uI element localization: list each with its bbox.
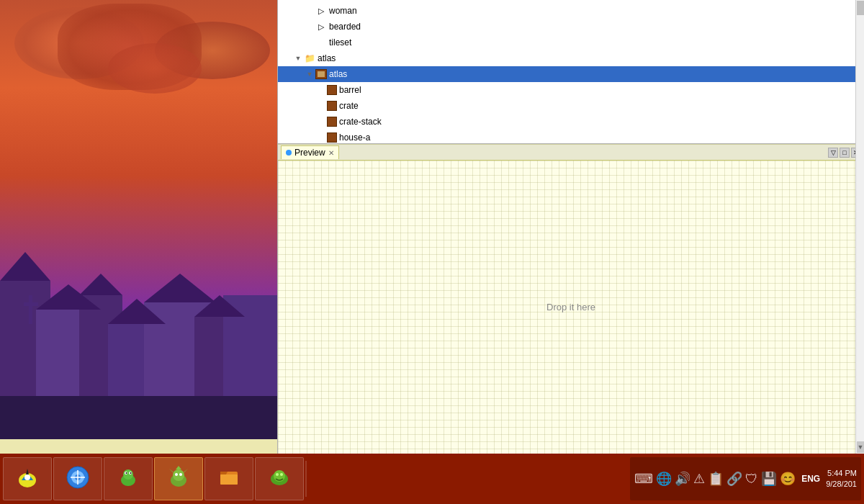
tree-label-woman: woman	[329, 6, 357, 16]
tree-arrow-crate-stack	[315, 116, 327, 127]
tree-container: ▷ woman ▷ bearded t	[278, 0, 864, 144]
tree-arrow-atlas-file	[304, 68, 315, 80]
main-content: ▷ woman ▷ bearded t	[0, 0, 864, 454]
tree-item-crate-stack[interactable]: crate-stack	[278, 114, 864, 130]
tree-arrow-crate	[315, 100, 327, 112]
taskbar-dino[interactable]	[104, 457, 153, 500]
svg-marker-16	[184, 469, 188, 473]
tree-arrow-woman	[304, 5, 315, 17]
crate-stack-icon	[327, 117, 337, 127]
dragon-icon	[166, 464, 192, 494]
system-tray: ⌨ 🌐 🔊 ⚠ 📋 🔗 🛡 💾 😊 ENG 5:44 PM 9/28/201	[630, 457, 861, 500]
clipboard-tray-icon[interactable]: 📋	[708, 471, 724, 487]
tree-label-barrel: barrel	[339, 85, 361, 95]
alert-tray-icon[interactable]: ⚠	[693, 471, 705, 487]
taskbar: ⌨ 🌐 🔊 ⚠ 📋 🔗 🛡 💾 😊 ENG 5:44 PM 9/28/201	[0, 454, 864, 504]
atlas-file-icon	[315, 69, 327, 79]
preview-tab-label: Preview	[294, 148, 325, 158]
svg-point-10	[126, 472, 127, 474]
network-tray-icon[interactable]: 🌐	[656, 471, 672, 487]
dino-icon	[115, 464, 141, 494]
preview-minimize-btn[interactable]: ▽	[828, 148, 838, 158]
tree-arrow-atlas-folder	[292, 53, 304, 64]
inkscape-icon	[14, 464, 40, 494]
roof-1	[0, 252, 50, 281]
preview-content[interactable]: Drop it here	[278, 161, 864, 454]
keyboard-tray-icon[interactable]: ⌨	[634, 471, 653, 487]
preview-tab[interactable]: Preview ✕	[281, 145, 339, 159]
tree-label-atlas-folder: atlas	[318, 53, 336, 63]
svg-point-7	[123, 469, 133, 480]
preview-tab-bar: Preview ✕ ▽ □ ✕	[278, 145, 864, 161]
preview-restore-btn[interactable]: □	[840, 148, 850, 158]
svg-point-13	[173, 469, 184, 481]
bearded-icon: ▷	[315, 21, 327, 32]
tree-label-atlas-file: atlas	[329, 69, 347, 79]
preview-panel: Preview ✕ ▽ □ ✕ Drop it here	[278, 144, 864, 454]
tileset-icon	[315, 37, 327, 48]
file-tree[interactable]: ▷ woman ▷ bearded t	[278, 0, 864, 144]
house-a-icon	[327, 132, 337, 143]
svg-marker-15	[169, 469, 174, 473]
drop-text: Drop it here	[546, 302, 595, 312]
svg-point-1	[24, 474, 30, 480]
tree-item-house-a[interactable]: house-a	[278, 130, 864, 144]
town-layer	[0, 154, 277, 440]
shield-tray-icon[interactable]: 🛡	[745, 472, 758, 487]
artwork-image	[0, 0, 277, 439]
language-indicator[interactable]: ENG	[798, 474, 823, 484]
tree-label-bearded: bearded	[329, 22, 361, 32]
tree-item-crate[interactable]: crate	[278, 98, 864, 114]
tree-item-barrel[interactable]: barrel	[278, 82, 864, 98]
tree-label-crate: crate	[339, 101, 359, 111]
app-container: ▷ woman ▷ bearded t	[0, 0, 864, 504]
artwork-panel	[0, 0, 277, 454]
preview-tab-close[interactable]: ✕	[328, 149, 334, 157]
tree-item-woman[interactable]: ▷ woman	[278, 3, 864, 19]
svg-point-18	[179, 473, 182, 476]
taskbar-browser[interactable]	[53, 457, 102, 500]
preview-tab-indicator	[286, 150, 292, 156]
roof-6	[194, 295, 245, 317]
tree-label-tileset: tileset	[329, 37, 351, 48]
tree-item-atlas-file[interactable]: atlas	[278, 66, 864, 82]
tree-item-tileset[interactable]: tileset	[278, 35, 864, 50]
svg-point-17	[175, 473, 178, 476]
roof-3	[79, 274, 122, 295]
taskbar-inkscape[interactable]	[3, 457, 52, 500]
volume-tray-icon[interactable]: 🔊	[675, 471, 690, 487]
tree-scrollbar[interactable]: ▼	[855, 0, 864, 144]
svg-marker-2	[26, 469, 29, 474]
tree-item-bearded[interactable]: ▷ bearded	[278, 19, 864, 35]
link-tray-icon[interactable]: 🔗	[726, 471, 742, 487]
tree-label-crate-stack: crate-stack	[339, 117, 382, 127]
clock-area: 5:44 PM 9/28/201	[826, 468, 857, 490]
tree-arrow-tileset	[304, 37, 315, 48]
clock-time: 5:44 PM	[826, 468, 857, 479]
svg-point-11	[130, 472, 132, 474]
right-panel: ▷ woman ▷ bearded t	[277, 0, 864, 454]
tree-item-atlas-folder[interactable]: atlas	[278, 50, 864, 66]
woman-icon: ▷	[315, 5, 327, 17]
tree-label-house-a: house-a	[339, 132, 370, 143]
svg-point-23	[276, 473, 279, 476]
taskbar-dragon[interactable]	[154, 457, 203, 500]
svg-marker-14	[176, 466, 181, 469]
storage-tray-icon[interactable]: 💾	[761, 471, 777, 487]
svg-rect-20	[220, 474, 238, 485]
ground	[0, 396, 277, 439]
svg-point-24	[280, 473, 283, 476]
atlas-folder-icon	[304, 53, 315, 64]
tree-arrow-bearded	[304, 21, 315, 32]
cloud4	[108, 43, 202, 94]
files-icon	[216, 464, 242, 494]
clock-date: 9/28/201	[826, 479, 857, 490]
taskbar-files[interactable]	[204, 457, 253, 500]
browser-icon	[65, 464, 91, 494]
roof-4	[108, 299, 166, 324]
taskbar-game[interactable]	[255, 457, 304, 500]
tree-arrow-house-a	[315, 132, 327, 143]
face-tray-icon[interactable]: 😊	[780, 471, 796, 487]
taskbar-separator	[305, 461, 307, 497]
game-icon	[266, 464, 292, 494]
